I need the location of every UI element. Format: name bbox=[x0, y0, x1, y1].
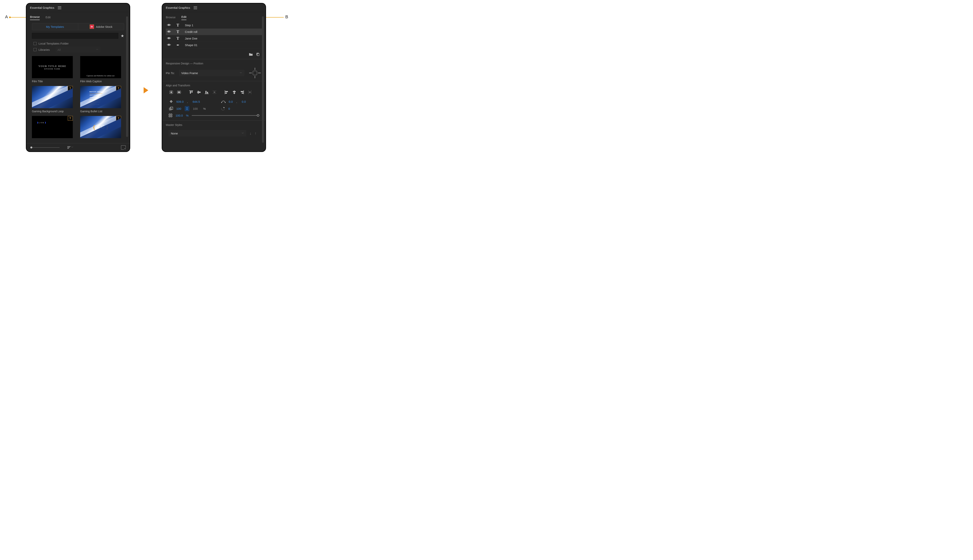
filter-local-templates[interactable]: Local Templates Folder bbox=[27, 41, 130, 46]
tab-edit[interactable]: Edit bbox=[182, 15, 187, 20]
section-align-transform: Align and Transform ✥ 939.0, 644.5 bbox=[162, 81, 265, 120]
scale-h: 100 bbox=[193, 107, 198, 110]
segment-adobe-stock-label: Adobe Stock bbox=[96, 25, 112, 28]
visibility-eye-icon[interactable] bbox=[167, 37, 171, 40]
pin-to-dropdown[interactable]: Video Frame ﹀ bbox=[179, 70, 245, 76]
svg-rect-11 bbox=[178, 92, 180, 93]
panel-footer: ﹀ bbox=[27, 143, 130, 152]
position-row: ✥ 939.0, 644.5 0.0, 0.0 bbox=[166, 98, 262, 105]
callout-letter-a: A bbox=[5, 14, 8, 20]
template-thumbnail: YOUR TITLE HERE EPISODE NAME bbox=[32, 56, 73, 78]
svg-rect-35 bbox=[249, 92, 250, 93]
push-style-down-icon[interactable]: ↓ bbox=[250, 131, 252, 136]
template-card[interactable]: T LIVE bbox=[32, 116, 73, 138]
segment-adobe-stock[interactable]: St Adobe Stock bbox=[78, 23, 124, 30]
new-layer-icon[interactable] bbox=[256, 52, 260, 56]
layer-name: Jane Doe bbox=[185, 37, 197, 40]
new-group-icon[interactable] bbox=[249, 52, 253, 56]
layer-row[interactable]: T Jane Doe bbox=[166, 35, 262, 42]
chevron-down-icon: ﹀ bbox=[242, 132, 244, 135]
anchor-y[interactable]: 0.0 bbox=[242, 100, 246, 103]
pin-to-value: Video Frame bbox=[182, 72, 198, 75]
align-bottom-icon[interactable] bbox=[204, 90, 209, 95]
template-thumbnail: T bbox=[32, 86, 73, 108]
layer-row[interactable]: T Credit roll bbox=[166, 28, 262, 35]
opacity-value[interactable]: 100.0 bbox=[175, 114, 183, 117]
distribute-h-icon[interactable] bbox=[247, 90, 253, 95]
zoom-slider[interactable] bbox=[30, 147, 60, 148]
favorites-star-icon[interactable]: ★ bbox=[121, 33, 124, 38]
template-card[interactable]: T { LEAGUE PLAY } bbox=[80, 116, 121, 138]
thumb-text: Captions and Subtitles for online use bbox=[87, 75, 115, 77]
svg-rect-17 bbox=[199, 92, 200, 93]
anchor-point-icon bbox=[221, 100, 226, 103]
filter-libraries[interactable]: Libraries All ﹀ bbox=[27, 46, 130, 53]
align-right-icon[interactable] bbox=[239, 90, 245, 95]
layer-row[interactable]: ✒ Shape 01 bbox=[166, 42, 262, 48]
template-source-segment: My Templates St Adobe Stock bbox=[32, 23, 124, 30]
pin-to-label: Pin To: bbox=[166, 72, 175, 75]
bracket-left-icon: { bbox=[93, 124, 95, 130]
distribute-v-icon[interactable] bbox=[212, 90, 217, 95]
template-thumbnail: T LIVE bbox=[32, 116, 73, 138]
panel-menu-icon[interactable] bbox=[58, 7, 61, 9]
template-card[interactable]: Captions and Subtitles for online use Fi… bbox=[80, 56, 121, 83]
scrollbar[interactable] bbox=[262, 16, 264, 143]
position-y[interactable]: 644.5 bbox=[193, 100, 200, 103]
scrollbar[interactable] bbox=[126, 16, 128, 137]
chevron-down-icon: ﹀ bbox=[240, 72, 242, 75]
template-card[interactable]: YOUR TITLE HERE EPISODE NAME Film Title bbox=[32, 56, 73, 83]
template-thumbnail: T { LEAGUE PLAY } bbox=[80, 116, 121, 138]
svg-rect-39 bbox=[170, 107, 173, 110]
layer-row[interactable]: T Step 1 bbox=[166, 22, 262, 28]
visibility-eye-icon[interactable] bbox=[167, 43, 171, 47]
scale-w[interactable]: 100 bbox=[176, 107, 181, 110]
layer-list: T Step 1 T Credit roll T Jane Doe ✒ Shap… bbox=[162, 22, 265, 48]
new-item-icon[interactable] bbox=[121, 145, 126, 150]
svg-rect-31 bbox=[241, 91, 243, 92]
tab-edit[interactable]: Edit bbox=[45, 15, 51, 20]
visibility-eye-icon[interactable] bbox=[167, 30, 171, 33]
master-style-dropdown[interactable]: None ﹀ bbox=[168, 130, 247, 137]
segment-my-templates[interactable]: My Templates bbox=[32, 23, 78, 30]
pin-widget[interactable] bbox=[249, 68, 261, 78]
text-layer-icon: T bbox=[174, 36, 182, 41]
align-vcenter-icon[interactable] bbox=[196, 90, 202, 95]
svg-rect-13 bbox=[190, 91, 191, 93]
thumb-text: MATCH TIMES •MATCH ONE •MATCH TWO •MATCH… bbox=[90, 91, 102, 106]
rotation-icon bbox=[220, 107, 225, 110]
template-thumbnail: Captions and Subtitles for online use bbox=[80, 56, 121, 78]
template-label: Gaming Background Loop bbox=[32, 110, 73, 113]
panel-title: Essential Graphics bbox=[166, 6, 190, 9]
sort-menu-icon[interactable]: ﹀ bbox=[67, 146, 73, 149]
svg-point-37 bbox=[225, 102, 225, 103]
template-grid: YOUR TITLE HERE EPISODE NAME Film Title … bbox=[27, 53, 130, 145]
adobe-stock-badge-icon: St bbox=[90, 25, 94, 29]
search-input[interactable] bbox=[32, 33, 118, 39]
template-card[interactable]: T MATCH TIMES •MATCH ONE •MATCH TWO •MAT… bbox=[80, 86, 121, 113]
push-style-up-icon[interactable]: ↑ bbox=[255, 131, 257, 136]
template-label: Film Web Caption bbox=[80, 80, 121, 83]
panel-menu-icon[interactable] bbox=[193, 7, 197, 9]
libraries-dropdown: All ﹀ bbox=[56, 47, 100, 53]
mogrt-badge-icon: T bbox=[116, 86, 121, 91]
align-vcenter-parent-icon[interactable] bbox=[176, 90, 182, 95]
align-hcenter-icon[interactable] bbox=[232, 90, 237, 95]
svg-rect-32 bbox=[242, 93, 243, 93]
opacity-slider[interactable] bbox=[192, 115, 259, 116]
rotation-value[interactable]: 0 bbox=[228, 107, 230, 110]
panel-title: Essential Graphics bbox=[30, 6, 54, 9]
anchor-x[interactable]: 0.0 bbox=[229, 100, 233, 103]
tab-browse[interactable]: Browse bbox=[166, 15, 175, 20]
section-title: Master Styles bbox=[166, 123, 262, 127]
opacity-unit: % bbox=[186, 114, 188, 117]
align-hcenter-parent-icon[interactable] bbox=[168, 90, 174, 95]
template-card[interactable]: T Gaming Background Loop bbox=[32, 86, 73, 113]
constrain-proportions-icon[interactable] bbox=[185, 106, 189, 111]
visibility-eye-icon[interactable] bbox=[167, 23, 171, 27]
position-x[interactable]: 939.0 bbox=[176, 100, 184, 103]
align-top-icon[interactable] bbox=[188, 90, 194, 95]
align-left-icon[interactable] bbox=[224, 90, 229, 95]
mogrt-badge-icon: T bbox=[68, 86, 73, 91]
tab-browse[interactable]: Browse bbox=[30, 15, 40, 20]
